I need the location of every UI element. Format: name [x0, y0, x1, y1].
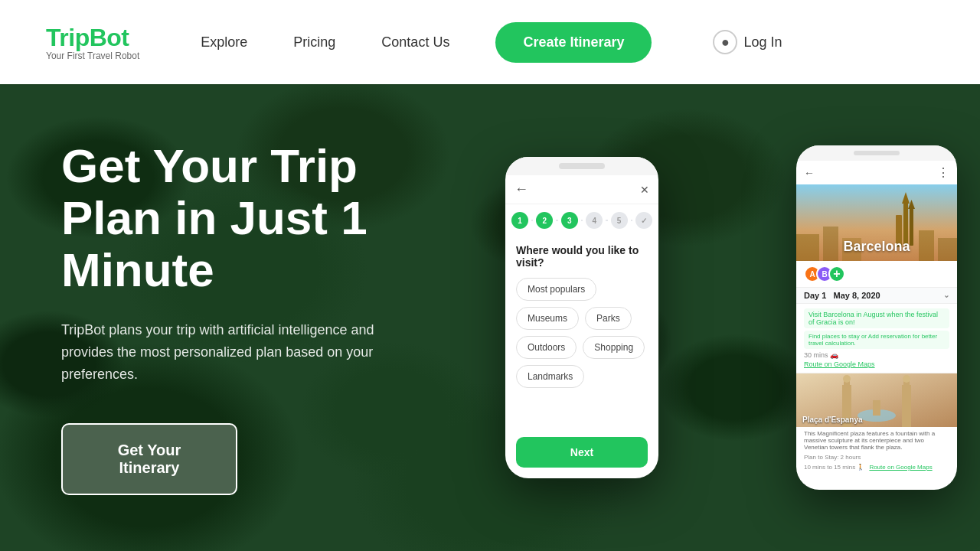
step-line-3 — [581, 220, 583, 221]
tag-most-populars[interactable]: Most populars — [516, 278, 596, 301]
logo-tagline: Your First Travel Robot — [46, 51, 139, 61]
day-event: Visit Barcelona in August when the festi… — [796, 304, 957, 373]
day-date: May 8, 2020 — [834, 291, 880, 300]
phones-area: ← ✕ 1 2 3 4 5 ✓ Where would you like to … — [429, 84, 980, 551]
phone1-top-bar — [505, 157, 658, 175]
walking-time: 10 mins to 15 mins 🚶 — [804, 464, 864, 471]
wizard-next-button[interactable]: Next — [516, 437, 648, 468]
user-icon: ● — [713, 30, 737, 54]
step-line-2 — [556, 220, 557, 221]
wizard-question: Where would you like to visit? — [505, 236, 658, 278]
step-6: ✓ — [635, 212, 652, 229]
add-member-button[interactable]: + — [828, 266, 845, 282]
nav-pricing[interactable]: Pricing — [293, 34, 335, 51]
nav-explore[interactable]: Explore — [201, 34, 247, 51]
travel-time: 30 mins 🚗 — [804, 351, 949, 359]
place-name: Plaça d'Espanya — [802, 416, 863, 424]
hero-content: Get Your Trip Plan in Just 1 Minute Trip… — [0, 84, 490, 551]
hero-description: TripBot plans your trip with artificial … — [61, 319, 429, 385]
phone-wizard: ← ✕ 1 2 3 4 5 ✓ Where would you like to … — [505, 157, 658, 478]
login-button[interactable]: ● Log In — [713, 30, 782, 54]
plan-meta-label: Plan to Stay: 2 hours — [804, 454, 861, 461]
phone1-notch — [559, 163, 605, 169]
step-2: 2 — [536, 212, 553, 229]
login-label: Log In — [743, 34, 782, 51]
phone2-top-bar — [796, 145, 957, 161]
tag-shopping[interactable]: Shopping — [583, 336, 645, 359]
step-line-5 — [631, 220, 632, 221]
close-icon[interactable]: ✕ — [640, 184, 649, 196]
category-tags: Most populars Museums Parks Outdoors Sho… — [505, 278, 658, 388]
svg-point-17 — [903, 375, 910, 383]
nav-links: Explore Pricing Contact Us Create Itiner… — [201, 22, 934, 63]
logo-text: TripBot — [46, 24, 139, 52]
event-note: Visit Barcelona in August when the festi… — [804, 308, 949, 328]
tag-outdoors[interactable]: Outdoors — [516, 336, 577, 359]
step-5: 5 — [611, 212, 628, 229]
get-itinerary-button[interactable]: Get Your Itinerary — [61, 423, 237, 495]
walking-time-row: 10 mins to 15 mins 🚶 Route on Google Map… — [796, 462, 957, 472]
city-label: Barcelona — [843, 239, 910, 255]
reservation-note: Find places to stay or Add reservation f… — [804, 331, 949, 349]
place-meta: Plan to Stay: 2 hours — [796, 452, 957, 462]
city-image: Barcelona — [796, 184, 957, 261]
svg-rect-19 — [873, 400, 880, 416]
phone2-more-icon[interactable]: ⋮ — [937, 165, 949, 180]
svg-rect-15 — [902, 385, 911, 427]
tag-parks[interactable]: Parks — [585, 307, 632, 330]
step-line-1 — [531, 220, 533, 221]
create-itinerary-button[interactable]: Create Itinerary — [495, 22, 652, 63]
nav-contact[interactable]: Contact Us — [381, 34, 449, 51]
step-line-4 — [606, 220, 607, 221]
step-1: 1 — [511, 212, 528, 229]
city-name-overlay: Barcelona — [796, 184, 957, 261]
day-header: Day 1 May 8, 2020 ⌄ — [796, 287, 957, 304]
phone2-notch — [854, 151, 900, 155]
navbar: TripBot Your First Travel Robot Explore … — [0, 0, 980, 84]
tag-landmarks[interactable]: Landmarks — [516, 365, 584, 388]
tag-museums[interactable]: Museums — [516, 307, 579, 330]
route-link[interactable]: Route on Google Maps — [804, 360, 949, 368]
phone1-header: ← ✕ — [505, 175, 658, 204]
back-icon[interactable]: ← — [514, 181, 528, 197]
phone2-back-icon[interactable]: ← — [804, 167, 815, 179]
hero-section: Get Your Trip Plan in Just 1 Minute Trip… — [0, 84, 980, 551]
route-link-2[interactable]: Route on Google Maps — [869, 464, 932, 471]
phone-itinerary: ← ⋮ — [796, 145, 957, 490]
phone2-header: ← ⋮ — [796, 161, 957, 184]
day-label: Day 1 — [804, 291, 826, 300]
hero-title: Get Your Trip Plan in Just 1 Minute — [61, 140, 444, 297]
place-image: Plaça d'Espanya — [796, 373, 957, 427]
place-description: This Magnificent plaza features a founta… — [796, 427, 957, 452]
logo-area: TripBot Your First Travel Robot — [46, 24, 139, 61]
svg-point-14 — [843, 375, 851, 383]
step-4: 4 — [586, 212, 603, 229]
avatars-row: A B + — [796, 261, 957, 287]
step-3: 3 — [561, 212, 578, 229]
expand-icon[interactable]: ⌄ — [943, 291, 949, 299]
wizard-steps: 1 2 3 4 5 ✓ — [505, 204, 658, 236]
